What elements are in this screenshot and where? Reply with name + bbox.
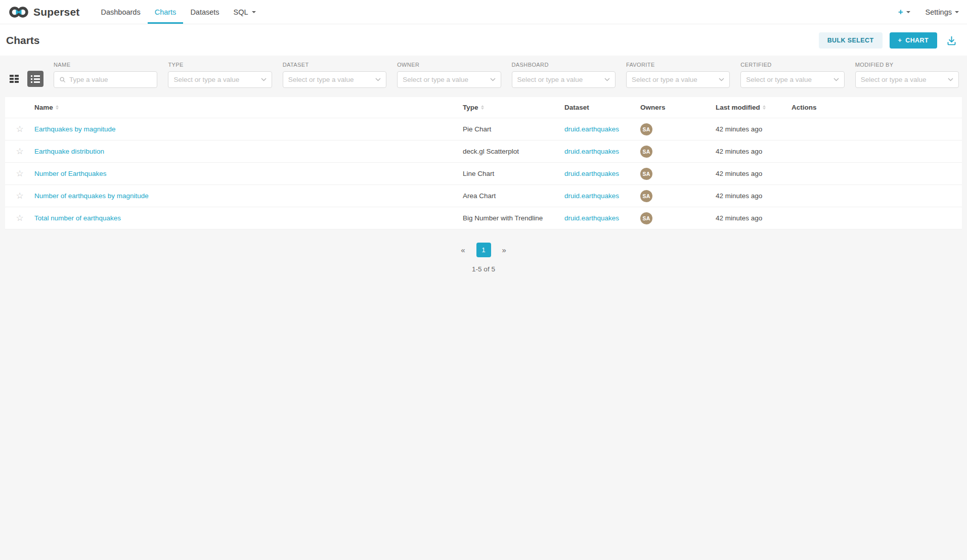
sort-by-type[interactable]: Type	[463, 104, 484, 111]
nav-item-dashboards[interactable]: Dashboards	[94, 0, 147, 24]
owner-avatar[interactable]: SA	[640, 168, 652, 180]
card-view-icon	[10, 75, 19, 83]
dashboard-select[interactable]: Select or type a value	[512, 71, 616, 88]
modified-by-select[interactable]: Select or type a value	[855, 71, 959, 88]
filter-modified-by: MODIFIED BY Select or type a value	[855, 62, 959, 88]
superset-logo[interactable]: Superset	[8, 0, 79, 24]
owner-avatar[interactable]: SA	[640, 123, 652, 135]
owner-avatar[interactable]: SA	[640, 146, 652, 158]
import-charts-button[interactable]	[944, 34, 959, 47]
chart-name-link[interactable]: Number of Earthquakes	[34, 170, 107, 177]
previous-page-button[interactable]: «	[457, 244, 469, 256]
dataset-link[interactable]: druid.earthquakes	[564, 148, 619, 155]
owner-select[interactable]: Select or type a value	[397, 71, 501, 88]
page-number-button[interactable]: 1	[476, 243, 491, 257]
type-select[interactable]: Select or type a value	[168, 71, 272, 88]
bulk-select-button[interactable]: BULK SELECT	[819, 32, 883, 49]
dataset-link[interactable]: druid.earthquakes	[564, 170, 619, 177]
owners-column-header: Owners	[640, 104, 716, 111]
filter-type: TYPE Select or type a value	[168, 62, 272, 88]
owner-avatar[interactable]: SA	[640, 190, 652, 202]
next-page-button[interactable]: »	[498, 244, 510, 256]
chevron-down-icon	[719, 78, 724, 81]
dataset-select[interactable]: Select or type a value	[283, 71, 386, 88]
last-modified: 42 minutes ago	[716, 214, 792, 222]
type-column-header: Type	[463, 104, 564, 111]
pagination: « 1 »	[0, 243, 967, 257]
nav-item-datasets[interactable]: Datasets	[183, 0, 226, 24]
settings-menu-button[interactable]: Settings	[926, 8, 959, 16]
filter-owner: OWNER Select or type a value	[397, 62, 501, 88]
chevron-down-icon	[490, 78, 496, 81]
card-view-toggle[interactable]	[6, 71, 22, 87]
chart-name-link[interactable]: Earthquake distribution	[34, 148, 104, 155]
filters-row: NAME TYPE Select or type a value DATASET…	[54, 62, 959, 88]
favorite-star-icon[interactable]: ☆	[16, 214, 23, 222]
filter-dashboard: DASHBOARD Select or type a value	[512, 62, 616, 88]
favorite-select[interactable]: Select or type a value	[626, 71, 730, 88]
filter-dataset: DATASET Select or type a value	[283, 62, 386, 88]
nav-item-charts[interactable]: Charts	[148, 0, 184, 24]
filter-label: MODIFIED BY	[855, 62, 959, 68]
favorite-star-icon[interactable]: ☆	[16, 125, 23, 133]
filter-label: CERTIFIED	[740, 62, 844, 68]
chart-name-link[interactable]: Number of earthquakes by magnitude	[34, 192, 149, 200]
page-title: Charts	[6, 34, 40, 46]
table-header-row: Name Type Dataset Owners Last modified A…	[5, 97, 962, 118]
last-modified: 42 minutes ago	[716, 148, 792, 155]
brand-name: Superset	[33, 6, 79, 18]
chart-type: Big Number with Trendline	[463, 214, 564, 222]
filter-favorite: FAVORITE Select or type a value	[626, 62, 730, 88]
view-mode-toggles	[6, 71, 43, 88]
nav-item-sql[interactable]: SQL	[227, 0, 263, 24]
certified-select[interactable]: Select or type a value	[740, 71, 844, 88]
search-icon	[59, 76, 66, 83]
chevron-down-icon	[261, 78, 267, 81]
chevron-down-icon	[833, 78, 839, 81]
superset-infinity-icon	[8, 6, 29, 19]
table-row: ☆ Earthquake distribution deck.gl Scatte…	[5, 141, 962, 163]
sort-by-modified[interactable]: Last modified	[716, 104, 766, 111]
filter-label: TYPE	[168, 62, 272, 68]
chart-name-link[interactable]: Total number of earthquakes	[34, 214, 121, 222]
main-nav: Dashboards Charts Datasets SQL	[94, 0, 262, 24]
sort-icon	[481, 105, 484, 110]
list-view-toggle[interactable]	[27, 71, 43, 87]
table-row: ☆ Total number of earthquakes Big Number…	[5, 207, 962, 229]
sort-icon	[763, 105, 766, 110]
plus-icon: +	[898, 37, 902, 44]
sort-icon	[56, 105, 59, 110]
filter-bar: NAME TYPE Select or type a value DATASET…	[0, 56, 967, 97]
download-icon	[946, 35, 957, 46]
favorite-star-icon[interactable]: ☆	[16, 147, 23, 156]
dataset-link[interactable]: druid.earthquakes	[564, 192, 619, 200]
last-modified: 42 minutes ago	[716, 170, 792, 177]
new-item-menu-button[interactable]: +	[898, 7, 910, 17]
favorite-star-icon[interactable]: ☆	[16, 169, 23, 178]
modified-column-header: Last modified	[716, 104, 792, 111]
chevron-down-icon	[906, 11, 910, 13]
chart-name-link[interactable]: Earthquakes by magnitude	[34, 125, 116, 133]
chevron-down-icon	[604, 78, 610, 81]
owner-avatar[interactable]: SA	[640, 212, 652, 224]
plus-icon: +	[898, 7, 903, 17]
favorite-star-icon[interactable]: ☆	[16, 192, 23, 200]
dataset-link[interactable]: druid.earthquakes	[564, 214, 619, 222]
filter-label: DASHBOARD	[512, 62, 616, 68]
sort-by-name[interactable]: Name	[34, 104, 59, 111]
chevron-down-icon	[948, 78, 953, 81]
name-search-box	[54, 71, 157, 88]
filter-label: DATASET	[283, 62, 386, 68]
filter-label: FAVORITE	[626, 62, 730, 68]
name-search-input[interactable]	[69, 76, 152, 83]
filter-name: NAME	[54, 62, 157, 88]
chevron-down-icon	[955, 11, 959, 13]
chart-type: Pie Chart	[463, 125, 564, 133]
list-view-icon	[31, 75, 40, 83]
dataset-link[interactable]: druid.earthquakes	[564, 125, 619, 133]
actions-column-header: Actions	[792, 104, 962, 111]
new-chart-button[interactable]: + CHART	[890, 32, 937, 49]
filter-certified: CERTIFIED Select or type a value	[740, 62, 844, 88]
dataset-column-header: Dataset	[564, 104, 640, 111]
page-header: Charts BULK SELECT + CHART	[0, 24, 967, 56]
